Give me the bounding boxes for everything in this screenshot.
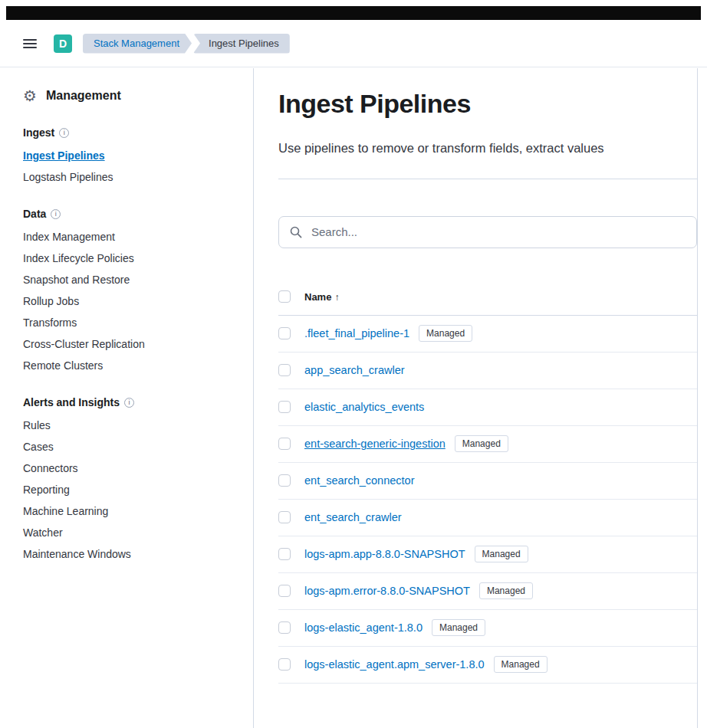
managed-badge: Managed [419, 325, 472, 342]
sidebar-item-transforms[interactable]: Transforms [23, 312, 242, 333]
row-checkbox[interactable] [278, 438, 291, 450]
pipeline-link-logs-apm-error-8-8-0-snapshot[interactable]: logs-apm.error-8.8.0-SNAPSHOT [304, 585, 470, 597]
table-row: app_search_crawler [278, 353, 697, 389]
sidebar-item-rollup-jobs[interactable]: Rollup Jobs [23, 290, 242, 312]
sidebar-section-ingest: Ingest i Ingest PipelinesLogstash Pipeli… [23, 126, 242, 188]
table-row: logs-elastic_agent.apm_server-1.8.0 Mana… [278, 647, 697, 684]
pipeline-link--fleet-final-pipeline-1[interactable]: .fleet_final_pipeline-1 [304, 327, 409, 339]
sidebar-item-cases[interactable]: Cases [23, 436, 242, 457]
search-input[interactable] [310, 225, 686, 239]
sidebar-item-watcher[interactable]: Watcher [23, 522, 242, 543]
sidebar-item-snapshot-and-restore[interactable]: Snapshot and Restore [23, 269, 242, 290]
sort-ascending-icon: ↑ [334, 292, 339, 303]
table-row: ent_search_connector [278, 463, 697, 500]
sidebar-title: Management [46, 89, 121, 103]
name-column-header[interactable]: Name↑ [304, 291, 339, 303]
sidebar-item-index-management[interactable]: Index Management [23, 226, 242, 248]
window-titlebar [6, 6, 701, 20]
table-row: ent-search-generic-ingestion Managed [278, 426, 697, 463]
pipeline-link-ent-search-generic-ingestion[interactable]: ent-search-generic-ingestion [304, 438, 446, 450]
section-heading-label: Data [23, 208, 46, 220]
sidebar-section-alerts-and-insights: Alerts and Insights i RulesCasesConnecto… [23, 396, 242, 565]
row-checkbox[interactable] [278, 401, 291, 413]
divider [278, 179, 697, 179]
row-checkbox[interactable] [278, 364, 291, 376]
managed-badge: Managed [432, 619, 485, 636]
managed-badge: Managed [479, 582, 533, 599]
sidebar-item-logstash-pipelines[interactable]: Logstash Pipelines [23, 166, 242, 188]
section-heading-label: Alerts and Insights [23, 396, 120, 408]
row-checkbox[interactable] [278, 474, 291, 487]
sidebar-section-heading: Ingest i [23, 126, 242, 139]
sidebar-sections: Ingest i Ingest PipelinesLogstash Pipeli… [23, 126, 242, 565]
sidebar-item-rules[interactable]: Rules [23, 415, 242, 436]
sidebar-item-remote-clusters[interactable]: Remote Clusters [23, 355, 242, 376]
page-description: Use pipelines to remove or transform fie… [278, 141, 697, 156]
table-body: .fleet_final_pipeline-1 Managed app_sear… [278, 316, 697, 684]
pipeline-link-app-search-crawler[interactable]: app_search_crawler [304, 364, 405, 376]
select-all-checkbox[interactable] [278, 290, 291, 303]
pipeline-link-elastic-analytics-events[interactable]: elastic_analytics_events [304, 401, 424, 413]
section-heading-label: Ingest [23, 126, 54, 139]
pipeline-link-ent-search-connector[interactable]: ent_search_connector [304, 474, 415, 487]
breadcrumb-ingest-pipelines: Ingest Pipelines [193, 34, 290, 54]
row-checkbox[interactable] [278, 658, 291, 671]
managed-badge: Managed [455, 435, 508, 452]
sidebar-item-connectors[interactable]: Connectors [23, 457, 242, 479]
gear-icon: ⚙ [23, 88, 37, 103]
info-icon[interactable]: i [51, 209, 61, 219]
info-icon[interactable]: i [124, 398, 134, 408]
sidebar-item-maintenance-windows[interactable]: Maintenance Windows [23, 543, 242, 565]
search-icon [290, 226, 302, 238]
table-row: logs-elastic_agent-1.8.0 Managed [278, 610, 697, 647]
sidebar-title-row: ⚙ Management [23, 88, 242, 103]
pipeline-link-logs-apm-app-8-8-0-snapshot[interactable]: logs-apm.app-8.8.0-SNAPSHOT [304, 548, 465, 560]
pipelines-table: Name↑ .fleet_final_pipeline-1 Managed ap… [278, 279, 697, 684]
pipeline-link-logs-elastic-agent-apm-server-1-8-0[interactable]: logs-elastic_agent.apm_server-1.8.0 [304, 658, 485, 671]
sidebar-section-data: Data i Index ManagementIndex Lifecycle P… [23, 208, 242, 376]
row-checkbox[interactable] [278, 548, 291, 560]
management-sidebar: ⚙ Management Ingest i Ingest PipelinesLo… [0, 68, 254, 728]
info-icon[interactable]: i [59, 128, 69, 138]
deployment-logo[interactable]: D [54, 34, 72, 53]
pipeline-link-ent-search-crawler[interactable]: ent_search_crawler [304, 511, 402, 523]
table-row: ent_search_crawler [278, 500, 697, 536]
page-title: Ingest Pipelines [278, 88, 697, 120]
table-row: .fleet_final_pipeline-1 Managed [278, 316, 697, 353]
managed-badge: Managed [475, 546, 528, 562]
breadcrumb: Stack Management Ingest Pipelines [83, 34, 290, 54]
breadcrumb-stack-management[interactable]: Stack Management [83, 34, 192, 54]
row-checkbox[interactable] [278, 621, 291, 634]
app-header: D Stack Management Ingest Pipelines [0, 20, 707, 67]
row-checkbox[interactable] [278, 327, 291, 339]
row-checkbox[interactable] [278, 585, 291, 597]
table-row: logs-apm.error-8.8.0-SNAPSHOT Managed [278, 573, 697, 610]
main-content: Ingest Pipelines Use pipelines to remove… [254, 68, 698, 728]
table-row: elastic_analytics_events [278, 389, 697, 426]
table-row: logs-apm.app-8.8.0-SNAPSHOT Managed [278, 536, 697, 573]
table-header-row: Name↑ [278, 279, 697, 316]
sidebar-item-machine-learning[interactable]: Machine Learning [23, 500, 242, 522]
menu-icon[interactable] [23, 39, 37, 48]
search-box [278, 216, 697, 248]
sidebar-section-heading: Alerts and Insights i [23, 396, 242, 408]
row-checkbox[interactable] [278, 511, 291, 523]
sidebar-item-index-lifecycle-policies[interactable]: Index Lifecycle Policies [23, 248, 242, 269]
sidebar-item-ingest-pipelines[interactable]: Ingest Pipelines [23, 145, 242, 166]
sidebar-item-reporting[interactable]: Reporting [23, 479, 242, 500]
sidebar-item-cross-cluster-replication[interactable]: Cross-Cluster Replication [23, 333, 242, 355]
sidebar-section-heading: Data i [23, 208, 242, 220]
managed-badge: Managed [494, 656, 548, 673]
pipeline-link-logs-elastic-agent-1-8-0[interactable]: logs-elastic_agent-1.8.0 [304, 621, 423, 634]
